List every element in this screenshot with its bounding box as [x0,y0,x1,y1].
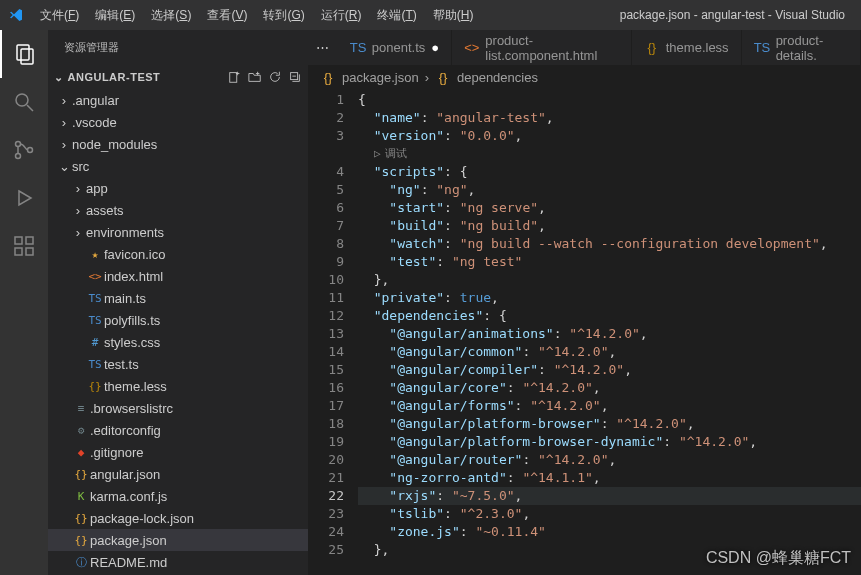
svg-marker-7 [19,191,31,205]
code-line[interactable]: "@angular/animations": "^14.2.0", [358,325,861,343]
file-row[interactable]: {}package.json [48,529,308,551]
search-activity[interactable] [0,78,48,126]
code-line[interactable]: "test": "ng test" [358,253,861,271]
code-line[interactable]: "private": true, [358,289,861,307]
file-type-icon: TS [86,314,104,327]
code-line[interactable]: "@angular/forms": "^14.2.0", [358,397,861,415]
file-row[interactable]: #styles.css [48,331,308,353]
code-line[interactable]: "name": "angular-test", [358,109,861,127]
file-row[interactable]: ◆.gitignore [48,441,308,463]
file-type-icon: {} [72,512,90,525]
tree-item-label: theme.less [104,379,167,394]
folder-row[interactable]: ›.angular [48,89,308,111]
refresh-icon[interactable] [266,68,284,86]
tree-item-label: package.json [90,533,167,548]
folder-row[interactable]: ›environments [48,221,308,243]
code-line[interactable]: "scripts": { [358,163,861,181]
code-line[interactable]: }, [358,271,861,289]
menu-item[interactable]: 帮助(H) [425,4,482,26]
menu-item[interactable]: 编辑(E) [87,4,143,26]
folder-row[interactable]: ›assets [48,199,308,221]
file-type-icon: TS [754,40,770,55]
code-line[interactable]: "@angular/common": "^14.2.0", [358,343,861,361]
workspace-root-header[interactable]: ⌄ ANGULAR-TEST [48,65,308,89]
watermark: CSDN @蜂巢糖FCT [706,548,851,569]
file-row[interactable]: ⓘREADME.md [48,551,308,573]
menu-item[interactable]: 终端(T) [369,4,424,26]
new-file-icon[interactable] [226,68,244,86]
extensions-activity[interactable] [0,222,48,270]
chevron-right-icon: › [56,93,72,108]
folder-row[interactable]: ⌄src [48,155,308,177]
new-folder-icon[interactable] [246,68,264,86]
tree-item-label: test.ts [104,357,139,372]
code-line[interactable]: { [358,91,861,109]
folder-row[interactable]: ›node_modules [48,133,308,155]
file-row[interactable]: TSpolyfills.ts [48,309,308,331]
code-line[interactable]: "zone.js": "~0.11.4" [358,523,861,541]
file-type-icon: {} [72,468,90,481]
code-line[interactable]: "rxjs": "~7.5.0", [358,487,861,505]
code-line[interactable]: "@angular/core": "^14.2.0", [358,379,861,397]
editor-tabs: ⋯ TSponent.ts●<>product-list.component.h… [308,30,861,65]
chevron-down-icon: ⌄ [56,159,72,174]
menu-item[interactable]: 运行(R) [313,4,370,26]
code-line[interactable]: "build": "ng build", [358,217,861,235]
file-row[interactable]: {}theme.less [48,375,308,397]
explorer-activity[interactable] [0,30,48,78]
code-line[interactable]: "ng-zorro-antd": "^14.1.1", [358,469,861,487]
file-row[interactable]: {}package-lock.json [48,507,308,529]
editor-tab[interactable]: {}theme.less [632,30,742,65]
menu-item[interactable]: 查看(V) [199,4,255,26]
collapse-all-icon[interactable] [286,68,304,86]
code-line[interactable]: "ng": "ng", [358,181,861,199]
file-row[interactable]: TSmain.ts [48,287,308,309]
code-line[interactable]: "@angular/platform-browser": "^14.2.0", [358,415,861,433]
file-type-icon: {} [86,380,104,393]
svg-rect-9 [15,248,22,255]
folder-row[interactable]: ›.vscode [48,111,308,133]
file-row[interactable]: Kkarma.conf.js [48,485,308,507]
file-row[interactable]: ★favicon.ico [48,243,308,265]
file-row[interactable]: <>index.html [48,265,308,287]
chevron-right-icon: › [70,225,86,240]
tabs-overflow-icon[interactable]: ⋯ [308,30,338,65]
scm-activity[interactable] [0,126,48,174]
code-line[interactable]: "@angular/router": "^14.2.0", [358,451,861,469]
editor-tab[interactable]: <>product-list.component.html [452,30,632,65]
svg-line-3 [27,105,33,111]
file-row[interactable]: ⚙.editorconfig [48,419,308,441]
file-row[interactable]: {}angular.json [48,463,308,485]
code-line[interactable]: "tslib": "^2.3.0", [358,505,861,523]
chevron-right-icon: › [425,70,429,85]
file-type-icon: # [86,336,104,349]
code-content[interactable]: { "name": "angular-test", "version": "0.… [358,89,861,575]
breadcrumb-node: dependencies [457,70,538,85]
code-line[interactable]: "version": "0.0.0", [358,127,861,145]
editor-tab[interactable]: TSproduct-details. [742,30,861,65]
debug-codelens[interactable]: ▷调试 [358,145,861,163]
code-line[interactable]: "@angular/compiler": "^14.2.0", [358,361,861,379]
title-bar: 文件(F)编辑(E)选择(S)查看(V)转到(G)运行(R)终端(T)帮助(H)… [0,0,861,30]
code-line[interactable]: "start": "ng serve", [358,199,861,217]
workspace-root-name: ANGULAR-TEST [68,71,227,83]
window-title: package.json - angular-test - Visual Stu… [483,8,853,22]
file-row[interactable]: TStest.ts [48,353,308,375]
breadcrumb[interactable]: {} package.json › {} dependencies [308,65,861,89]
code-editor[interactable]: 123 456789101112131415161718192021222324… [308,89,861,575]
editor-tab[interactable]: TSponent.ts● [338,30,452,65]
menu-item[interactable]: 转到(G) [255,4,312,26]
code-line[interactable]: "dependencies": { [358,307,861,325]
tree-item-label: polyfills.ts [104,313,160,328]
chevron-right-icon: › [70,203,86,218]
folder-row[interactable]: ›app [48,177,308,199]
explorer-panel-title: 资源管理器 [48,30,308,65]
tree-item-label: favicon.ico [104,247,165,262]
file-row[interactable]: ≡.browserslistrc [48,397,308,419]
menu-item[interactable]: 文件(F) [32,4,87,26]
code-line[interactable]: "@angular/platform-browser-dynamic": "^1… [358,433,861,451]
tree-item-label: .gitignore [90,445,143,460]
menu-item[interactable]: 选择(S) [143,4,199,26]
debug-activity[interactable] [0,174,48,222]
code-line[interactable]: "watch": "ng build --watch --configurati… [358,235,861,253]
